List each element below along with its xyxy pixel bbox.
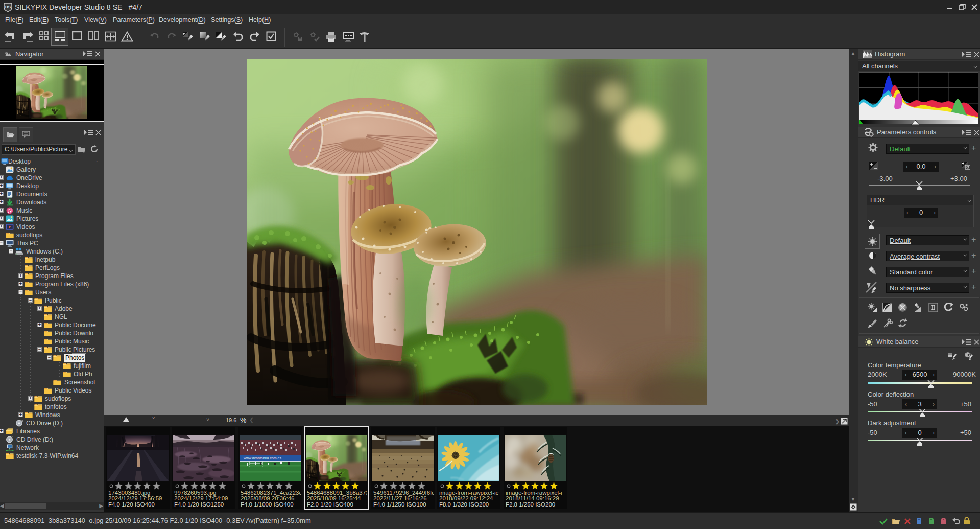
svg-text:DS: DS bbox=[5, 5, 11, 9]
svg-text:www.acantabria.com.es: www.acantabria.com.es bbox=[243, 456, 281, 460]
